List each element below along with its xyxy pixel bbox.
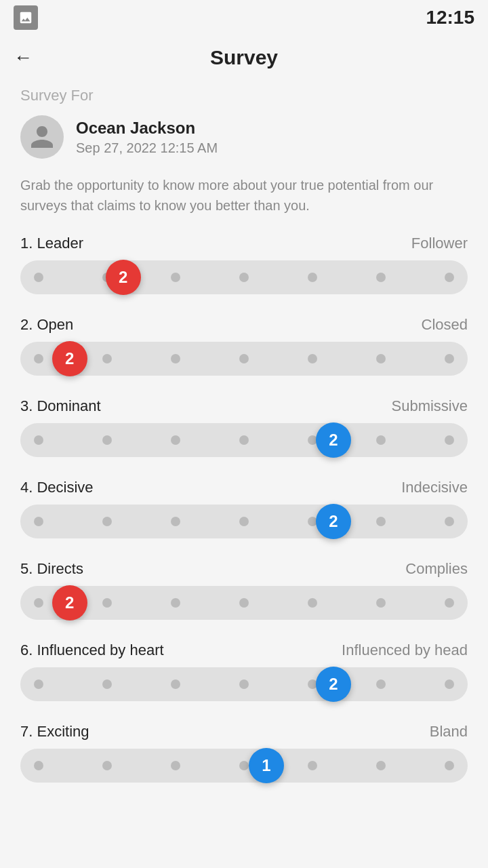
slider-dot-4-3	[239, 517, 249, 526]
slider-dot-6-2	[171, 679, 180, 689]
slider-dot-5-6	[445, 598, 454, 608]
user-date: Sep 27, 2022 12:15 AM	[76, 140, 218, 156]
avatar	[20, 115, 64, 159]
question-block-4: 4. DecisiveIndecisive2	[20, 479, 468, 538]
slider-dot-1-2	[171, 273, 180, 282]
slider-thumb-3[interactable]: 2	[316, 422, 351, 458]
slider-dot-5-1	[102, 598, 112, 608]
slider-track-1[interactable]: 2	[20, 260, 468, 294]
survey-for-label: Survey For	[20, 87, 468, 104]
slider-dot-7-2	[171, 761, 180, 770]
user-details: Ocean Jackson Sep 27, 2022 12:15 AM	[76, 119, 218, 156]
slider-thumb-6[interactable]: 2	[316, 667, 351, 702]
slider-dot-4-0	[34, 517, 43, 526]
slider-dot-4-1	[102, 517, 112, 526]
slider-track-4[interactable]: 2	[20, 505, 468, 538]
survey-description: Grab the opportunity to know more about …	[20, 175, 468, 216]
slider-track-2[interactable]: 2	[20, 342, 468, 376]
slider-dot-1-5	[376, 273, 386, 282]
slider-dot-6-0	[34, 679, 43, 689]
slider-dot-4-5	[376, 517, 386, 526]
slider-dot-4-6	[445, 517, 454, 526]
slider-dot-3-1	[102, 435, 112, 445]
slider-dot-1-0	[34, 273, 43, 282]
question-block-7: 7. ExcitingBland1	[20, 723, 468, 783]
slider-thumb-4[interactable]: 2	[316, 504, 351, 539]
questions-container: 1. LeaderFollower22. OpenClosed23. Domin…	[20, 235, 468, 783]
question-left-5: 5. Directs	[20, 560, 83, 578]
status-time: 12:15	[426, 7, 474, 28]
slider-thumb-2[interactable]: 2	[52, 341, 87, 376]
user-info: Ocean Jackson Sep 27, 2022 12:15 AM	[20, 115, 468, 159]
slider-dot-3-5	[376, 435, 386, 445]
slider-thumb-5[interactable]: 2	[52, 585, 87, 620]
slider-dot-5-5	[376, 598, 386, 608]
slider-dot-5-3	[239, 598, 249, 608]
question-left-3: 3. Dominant	[20, 397, 101, 415]
slider-dot-2-2	[171, 354, 180, 363]
slider-dot-7-3	[239, 761, 249, 770]
slider-dot-3-0	[34, 435, 43, 445]
slider-dot-7-0	[34, 761, 43, 770]
slider-dot-7-6	[445, 761, 454, 770]
slider-dot-4-2	[171, 517, 180, 526]
question-right-2: Closed	[422, 316, 468, 334]
slider-dot-2-0	[34, 354, 43, 363]
slider-dot-3-3	[239, 435, 249, 445]
slider-dot-7-5	[376, 761, 386, 770]
question-left-4: 4. Decisive	[20, 479, 94, 496]
question-block-1: 1. LeaderFollower2	[20, 235, 468, 294]
slider-dot-2-5	[376, 354, 386, 363]
question-left-6: 6. Influenced by heart	[20, 642, 164, 659]
status-bar: 12:15	[0, 0, 488, 35]
question-right-3: Submissive	[392, 397, 468, 415]
slider-dot-6-5	[376, 679, 386, 689]
question-left-1: 1. Leader	[20, 235, 83, 252]
question-left-2: 2. Open	[20, 316, 73, 334]
slider-dot-3-6	[445, 435, 454, 445]
back-button[interactable]: ←	[14, 47, 33, 68]
question-right-1: Follower	[411, 235, 468, 252]
slider-dot-7-1	[102, 761, 112, 770]
slider-dot-6-3	[239, 679, 249, 689]
slider-dot-6-6	[445, 679, 454, 689]
question-right-7: Bland	[430, 723, 468, 741]
slider-dot-3-2	[171, 435, 180, 445]
question-block-6: 6. Influenced by heartInfluenced by head…	[20, 642, 468, 701]
slider-dot-2-6	[445, 354, 454, 363]
user-name: Ocean Jackson	[76, 119, 218, 138]
slider-dot-1-3	[239, 273, 249, 282]
slider-dot-7-4	[308, 761, 317, 770]
question-left-7: 7. Exciting	[20, 723, 89, 741]
slider-dot-6-1	[102, 679, 112, 689]
question-right-4: Indecisive	[401, 479, 468, 496]
question-block-5: 5. DirectsComplies2	[20, 560, 468, 620]
question-block-3: 3. DominantSubmissive2	[20, 397, 468, 457]
photo-icon	[14, 5, 38, 30]
slider-dot-2-1	[102, 354, 112, 363]
page-title: Survey	[210, 46, 278, 69]
slider-track-3[interactable]: 2	[20, 423, 468, 457]
slider-dot-2-4	[308, 354, 317, 363]
main-content: Survey For Ocean Jackson Sep 27, 2022 12…	[0, 80, 488, 825]
slider-track-7[interactable]: 1	[20, 749, 468, 783]
header: ← Survey	[0, 35, 488, 80]
slider-dot-5-0	[34, 598, 43, 608]
slider-dot-2-3	[239, 354, 249, 363]
slider-track-5[interactable]: 2	[20, 586, 468, 620]
slider-dot-5-2	[171, 598, 180, 608]
slider-dot-5-4	[308, 598, 317, 608]
slider-dot-1-6	[445, 273, 454, 282]
question-right-5: Complies	[405, 560, 468, 578]
question-right-6: Influenced by head	[342, 642, 468, 659]
slider-thumb-1[interactable]: 2	[106, 260, 141, 295]
question-block-2: 2. OpenClosed2	[20, 316, 468, 376]
slider-track-6[interactable]: 2	[20, 667, 468, 701]
slider-thumb-7[interactable]: 1	[249, 748, 284, 783]
slider-dot-1-4	[308, 273, 317, 282]
